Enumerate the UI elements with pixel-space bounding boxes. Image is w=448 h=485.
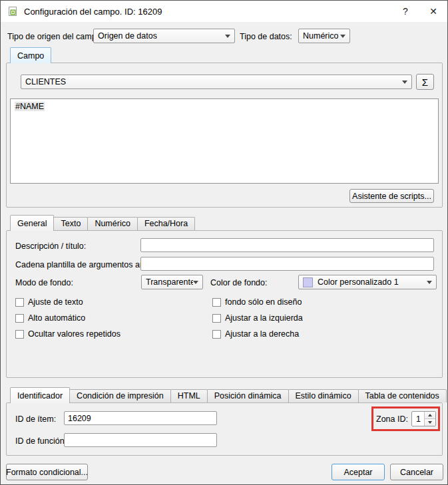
- item-id-input[interactable]: [64, 411, 217, 425]
- tab-condicion-impresion[interactable]: Condición de impresión: [69, 389, 171, 403]
- source-type-combo[interactable]: Origen de datos: [93, 29, 235, 43]
- arrow-up-icon: [428, 414, 432, 416]
- tab-posicion-dinamica[interactable]: Posición dinámica: [207, 389, 289, 403]
- background-mode-combo[interactable]: Transparente: [141, 275, 203, 289]
- arrow-down-icon: [428, 421, 432, 424]
- chevron-down-icon: [193, 281, 198, 284]
- background-color-value: Color personalizado 1: [318, 277, 399, 287]
- field-configuration-dialog: Configuración del campo. ID: 16209 ? ✕ T…: [0, 0, 448, 485]
- checkbox-auto-height-label: Alto automático: [28, 313, 85, 323]
- checkbox-row: fondo sólo en diseño: [212, 297, 302, 307]
- tab-tabla-contenidos[interactable]: Tabla de contenidos: [358, 389, 447, 403]
- data-type-combo[interactable]: Numérico: [298, 29, 350, 43]
- chevron-down-icon: [225, 35, 230, 38]
- checkbox-align-right-label: Ajustar a la derecha: [225, 329, 299, 339]
- tab-campo[interactable]: Campo: [10, 47, 51, 63]
- checkbox-design-only-background-label: fondo sólo en diseño: [225, 297, 302, 307]
- chevron-down-icon: [427, 281, 432, 284]
- template-label: Cadena plantilla de argumentos arg():: [15, 260, 155, 269]
- identifier-tabbar: Identificador Condición de impresión HTM…: [10, 387, 447, 403]
- checkbox-align-left[interactable]: [212, 314, 221, 323]
- checkbox-auto-height[interactable]: [15, 314, 24, 323]
- tab-estilo-dinamico[interactable]: Estilo dinámico: [288, 389, 359, 403]
- background-color-combo[interactable]: Color personalizado 1: [298, 275, 437, 289]
- app-icon: [7, 6, 18, 17]
- cancel-button[interactable]: Cancelar: [390, 464, 443, 480]
- accept-button[interactable]: Aceptar: [332, 464, 385, 480]
- checkbox-row: Ajustar a la derecha: [212, 329, 299, 339]
- chevron-down-icon: [340, 35, 345, 38]
- source-type-value: Origen de datos: [98, 31, 157, 41]
- description-input[interactable]: [140, 238, 434, 252]
- spin-up-button[interactable]: [425, 412, 435, 418]
- data-type-value: Numérico: [303, 31, 339, 41]
- format-tabbar: General Texto Numérico Fecha/Hora: [10, 214, 195, 231]
- spin-down-button[interactable]: [425, 418, 435, 426]
- checkbox-wrap-text-label: Ajuste de texto: [28, 297, 83, 307]
- description-label: Descripción / título:: [15, 242, 86, 251]
- titlebar: Configuración del campo. ID: 16209 ? ✕: [1, 1, 447, 22]
- checkbox-row: Alto automático: [15, 313, 85, 323]
- background-mode-value: Transparente: [146, 277, 193, 287]
- conditional-format-button[interactable]: Formato condicional...: [6, 464, 88, 480]
- checkbox-row: Ajuste de texto: [15, 297, 83, 307]
- field-tabbar: Campo: [10, 48, 51, 63]
- help-icon[interactable]: ?: [391, 1, 419, 22]
- checkbox-align-left-label: Ajustar a la izquierda: [225, 313, 303, 323]
- zone-id-label: Zona ID:: [376, 414, 408, 424]
- tab-html[interactable]: HTML: [170, 389, 208, 403]
- function-id-label: ID de función:: [15, 436, 67, 446]
- template-input[interactable]: [140, 257, 434, 271]
- tab-general[interactable]: General: [10, 215, 54, 231]
- function-id-input[interactable]: [64, 433, 217, 447]
- expression-token: #NAME: [15, 102, 45, 111]
- tab-texto[interactable]: Texto: [53, 217, 88, 230]
- checkbox-row: Ocultar valores repetidos: [15, 329, 120, 339]
- background-color-label: Color de fondo:: [210, 278, 267, 287]
- checkbox-row: Ajustar a la izquierda: [212, 313, 303, 323]
- field-combo[interactable]: CLIENTES: [21, 75, 412, 89]
- data-type-label: Tipo de datos:: [240, 32, 292, 41]
- checkbox-wrap-text[interactable]: [15, 298, 24, 307]
- background-color-swatch: [303, 277, 313, 287]
- field-combo-value: CLIENTES: [25, 77, 66, 86]
- window-title: Configuración del campo. ID: 16209: [24, 7, 162, 17]
- zone-id-spinbox[interactable]: 1: [411, 411, 436, 426]
- chevron-down-icon: [402, 81, 407, 84]
- script-wizard-button[interactable]: Asistente de scripts...: [349, 189, 434, 203]
- checkbox-design-only-background[interactable]: [212, 298, 221, 307]
- tab-identificador[interactable]: Identificador: [10, 387, 70, 403]
- close-icon[interactable]: ✕: [419, 1, 447, 22]
- sum-button[interactable]: Σ: [416, 74, 434, 90]
- zone-id-value: 1: [412, 412, 424, 426]
- item-id-label: ID de ítem:: [15, 414, 56, 424]
- background-mode-label: Modo de fondo:: [15, 278, 73, 287]
- checkbox-align-right[interactable]: [212, 330, 221, 339]
- tab-fecha-hora[interactable]: Fecha/Hora: [137, 217, 195, 230]
- tab-numerico[interactable]: Numérico: [87, 217, 138, 230]
- checkbox-hide-repeated-values[interactable]: [15, 330, 24, 339]
- checkbox-hide-repeated-values-label: Ocultar valores repetidos: [28, 329, 120, 339]
- spinner-arrows: [424, 412, 435, 426]
- source-type-label: Tipo de origen del campo:: [7, 32, 103, 41]
- expression-editor[interactable]: #NAME: [10, 98, 439, 184]
